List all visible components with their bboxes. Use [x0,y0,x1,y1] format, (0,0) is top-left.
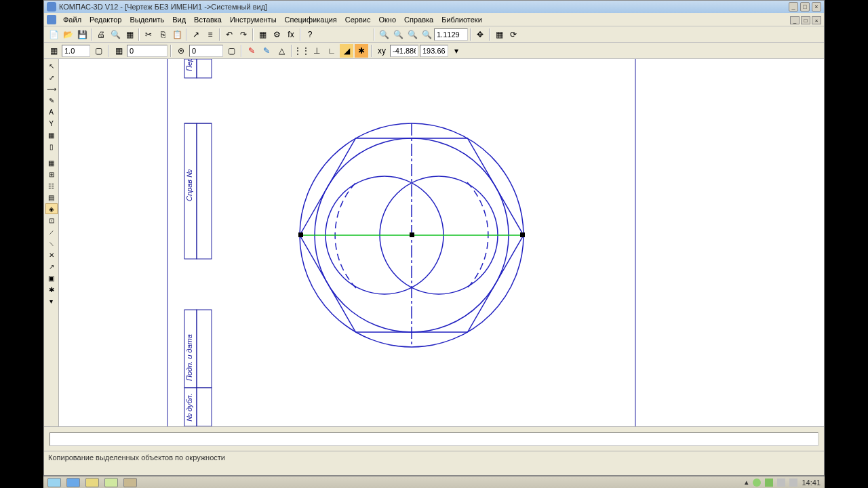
erase-tool-icon[interactable]: ⟍ [45,238,58,249]
pan-button[interactable]: ✥ [473,28,487,41]
assoc-tool-icon[interactable]: ⊞ [45,169,58,180]
insert-tool-icon[interactable]: ▣ [45,272,58,283]
measure-tool-icon[interactable]: ⊡ [45,215,58,226]
zoom-out-button[interactable]: 🔍 [406,28,419,41]
taskbar-skype-icon[interactable] [47,478,61,487]
midpoint-handle[interactable] [410,232,414,237]
trim-tool-icon[interactable]: ✕ [45,249,58,260]
expand-icon[interactable]: ▾ [45,296,58,306]
scale-input[interactable] [62,45,90,57]
fx-button[interactable]: fx [284,28,298,41]
color-value[interactable] [127,45,167,57]
doc-manager-button[interactable]: ▦ [123,28,136,41]
blue-pen-icon[interactable]: ✎ [260,44,273,58]
zoom-in-button[interactable]: 🔍 [391,28,405,41]
print-button[interactable]: 🖨 [94,28,108,41]
minimize-button[interactable]: _ [789,2,798,12]
endpoint-handle[interactable] [520,232,525,237]
geometry-tool-icon[interactable]: ↖ [45,60,58,71]
system-menu-icon[interactable] [47,15,56,24]
refresh-button[interactable]: ▦ [492,28,506,41]
menu-editor[interactable]: Редактор [85,14,125,25]
coord-x-input[interactable] [390,45,418,57]
tray-network-icon[interactable] [765,479,773,487]
layer-button[interactable]: ⊜ [174,44,188,58]
properties-button[interactable]: ↗ [189,28,203,41]
zoom-fit-button[interactable]: 🔍 [377,28,391,41]
xy-icon[interactable]: xy [375,44,389,58]
cut-button[interactable]: ✂ [142,28,155,41]
menu-service[interactable]: Сервис [341,14,375,25]
taskbar-explorer-icon[interactable] [85,478,99,487]
ortho-button[interactable]: ∟ [325,44,338,58]
tray-signal-icon[interactable] [777,479,785,487]
style-button[interactable]: ▢ [92,44,105,58]
edit-tool-icon[interactable]: ✎ [45,95,58,106]
help-button[interactable]: ? [303,28,317,41]
taskbar-pin-icon[interactable] [123,478,137,487]
save-button[interactable]: 💾 [75,28,89,41]
layer-input[interactable] [189,45,223,57]
spec-tool-icon[interactable]: ☷ [45,180,58,191]
table-tool-icon[interactable]: ▦ [45,129,58,140]
param-tool-icon[interactable]: Y [45,118,58,129]
tray-status-icon[interactable] [753,479,761,487]
dim-button[interactable]: △ [275,44,288,58]
close-button[interactable]: × [812,2,821,12]
views-tool-icon[interactable]: ▦ [45,157,58,168]
doc-maximize-button[interactable]: □ [801,16,810,24]
preview-button[interactable]: 🔍 [108,28,122,41]
state-button[interactable]: ▦ [47,44,60,58]
round-button[interactable]: ◢ [340,44,353,58]
open-button[interactable]: 📂 [61,28,75,41]
menu-spec[interactable]: Спецификация [281,14,341,25]
doc-minimize-button[interactable]: _ [790,16,800,24]
zoom-window-button[interactable]: 🔍 [420,28,433,41]
doc-close-button[interactable]: × [812,16,821,24]
menu-file[interactable]: Файл [59,14,85,25]
zoom-input[interactable] [434,28,468,41]
menu-view[interactable]: Вид [168,14,190,25]
coord-opt-button[interactable]: ▾ [450,44,463,58]
snap-button[interactable]: ⊥ [310,44,323,58]
designation-tool-icon[interactable]: ⟿ [45,83,58,94]
redraw-button[interactable]: ⟳ [507,28,520,41]
text-tool-icon[interactable]: A [45,106,58,117]
vars-button[interactable]: ⚙ [270,28,283,41]
array-tool-icon[interactable]: ◈ [45,203,58,214]
doc-tool-icon[interactable]: ▯ [45,141,58,152]
maximize-button[interactable]: □ [800,2,810,12]
menu-select[interactable]: Выделить [125,14,168,25]
tree-button[interactable]: ▦ [256,28,269,41]
tray-volume-icon[interactable] [789,479,797,487]
undo-button[interactable]: ↶ [222,28,236,41]
tray-arrow-icon[interactable]: ▴ [745,478,749,487]
menu-help[interactable]: Справка [400,14,437,25]
taskbar-folder-icon[interactable] [104,478,118,487]
grid-button[interactable]: ⋮⋮ [295,44,309,58]
menu-libraries[interactable]: Библиотеки [437,14,486,25]
taskbar-app-icon[interactable] [66,478,80,487]
select-tool-icon[interactable]: ⟋ [45,226,58,237]
coord-y-input[interactable] [420,45,448,57]
dimensions-tool-icon[interactable]: ⤢ [45,72,58,83]
layer-btn2[interactable]: ▢ [224,44,238,58]
new-button[interactable]: 📄 [47,28,60,41]
list-button[interactable]: ≡ [203,28,217,41]
report-tool-icon[interactable]: ▤ [45,192,58,203]
macro-tool-icon[interactable]: ✱ [45,284,58,295]
menu-window[interactable]: Окно [374,14,400,25]
drawing-canvas[interactable]: Перв Справ № Подп. и дата № дубл. [59,59,824,426]
endpoint-handle[interactable] [298,232,303,237]
red-pen-icon[interactable]: ✎ [245,44,258,58]
paste-button[interactable]: 📋 [170,28,184,41]
color-button[interactable]: ▦ [112,44,125,58]
redo-button[interactable]: ↷ [237,28,250,41]
menu-insert[interactable]: Вставка [190,14,226,25]
lcs-button[interactable]: ✱ [355,44,368,58]
command-input[interactable] [50,432,818,446]
copy-button[interactable]: ⎘ [156,28,170,41]
tray-clock[interactable]: 14:41 [802,479,821,487]
menu-tools[interactable]: Инструменты [226,14,281,25]
extend-tool-icon[interactable]: ↗ [45,261,58,272]
